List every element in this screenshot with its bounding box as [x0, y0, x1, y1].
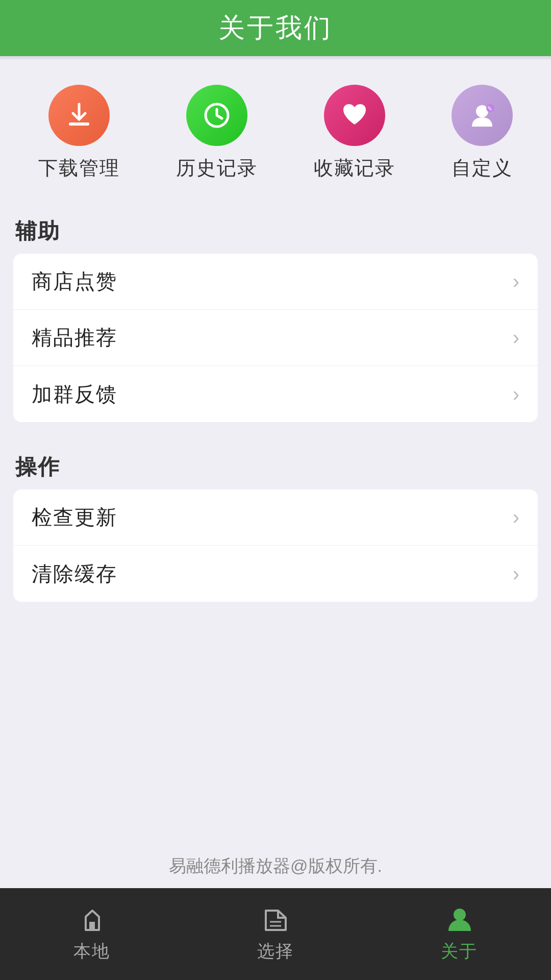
download-icon-circle [48, 85, 110, 146]
custom-icon: ✎ [467, 100, 497, 131]
operation-card: 检查更新 › 清除缓存 › [13, 489, 538, 602]
nav-select[interactable]: 选择 [184, 905, 367, 963]
select-nav-icon [262, 905, 290, 934]
check-update-label: 检查更新 [32, 503, 117, 531]
quick-actions-row: 下载管理 历史记录 收藏记录 ✎ 自定义 [0, 59, 551, 202]
featured-recommend-chevron-icon: › [513, 326, 519, 349]
operation-title: 操作 [15, 455, 60, 479]
favorite-action[interactable]: 收藏记录 [314, 85, 395, 181]
history-icon-circle [186, 85, 247, 146]
svg-point-9 [454, 909, 466, 921]
svg-rect-6 [89, 922, 95, 930]
svg-text:✎: ✎ [487, 105, 492, 112]
nav-about-label: 关于 [441, 940, 478, 963]
check-update-chevron-icon: › [513, 506, 519, 529]
favorite-label: 收藏记录 [314, 155, 395, 181]
store-like-label: 商店点赞 [32, 267, 117, 296]
copyright-text: 易融德利播放器@版权所有. [0, 854, 551, 878]
featured-recommend-label: 精品推荐 [32, 324, 117, 352]
check-update-item[interactable]: 检查更新 › [13, 489, 538, 546]
custom-action[interactable]: ✎ 自定义 [452, 85, 513, 181]
clear-cache-label: 清除缓存 [32, 560, 117, 588]
history-action[interactable]: 历史记录 [176, 85, 258, 181]
download-icon [64, 100, 94, 131]
about-nav-icon [445, 905, 473, 934]
local-nav-icon [78, 905, 106, 934]
store-like-item[interactable]: 商店点赞 › [13, 254, 538, 310]
favorite-icon-circle [324, 85, 385, 146]
header: 关于我们 [0, 0, 551, 56]
operation-section-header: 操作 [0, 437, 551, 489]
auxiliary-card: 商店点赞 › 精品推荐 › 加群反馈 › [13, 254, 538, 422]
history-label: 历史记录 [176, 155, 258, 181]
nav-local-label: 本地 [73, 940, 110, 963]
nav-select-label: 选择 [257, 940, 294, 963]
header-title: 关于我们 [218, 10, 333, 46]
nav-local[interactable]: 本地 [0, 905, 184, 963]
auxiliary-section-header: 辅助 [0, 202, 551, 254]
custom-icon-circle: ✎ [452, 85, 513, 146]
featured-recommend-item[interactable]: 精品推荐 › [13, 310, 538, 366]
heart-icon [339, 100, 370, 131]
download-action[interactable]: 下载管理 [38, 85, 120, 181]
history-icon [202, 100, 232, 131]
clear-cache-chevron-icon: › [513, 562, 519, 585]
svg-rect-0 [69, 122, 89, 126]
group-feedback-chevron-icon: › [513, 383, 519, 406]
nav-about[interactable]: 关于 [367, 905, 551, 963]
group-feedback-label: 加群反馈 [32, 380, 117, 408]
group-feedback-item[interactable]: 加群反馈 › [13, 366, 538, 422]
clear-cache-item[interactable]: 清除缓存 › [13, 546, 538, 602]
bottom-navigation: 本地 选择 关于 [0, 888, 551, 980]
download-label: 下载管理 [38, 155, 120, 181]
custom-label: 自定义 [452, 155, 513, 181]
store-like-chevron-icon: › [513, 270, 519, 293]
auxiliary-title: 辅助 [15, 219, 60, 243]
